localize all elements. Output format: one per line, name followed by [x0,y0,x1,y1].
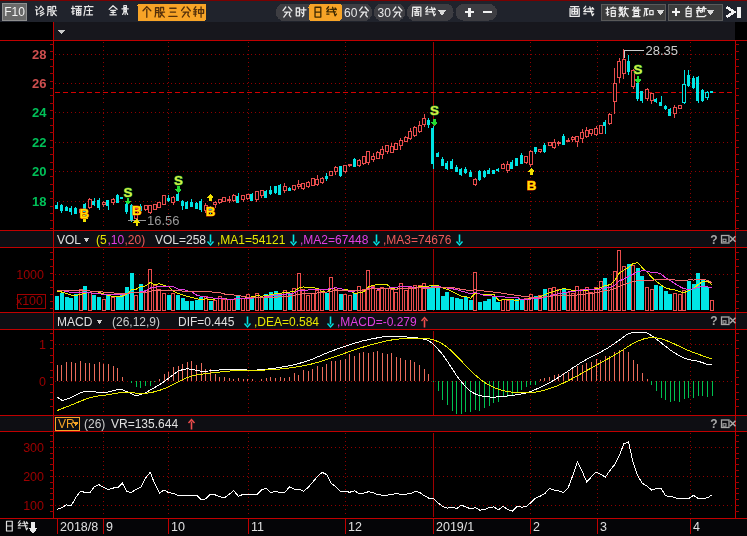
svg-text:S: S [174,173,183,188]
svg-text:16.56: 16.56 [147,213,180,228]
svg-text:,MA1=54121: ,MA1=54121 [217,233,286,247]
svg-text:24: 24 [32,105,47,120]
svg-text:B: B [79,206,89,221]
svg-text:28.35: 28.35 [646,43,679,58]
svg-text:28: 28 [32,47,46,62]
svg-text:VOL: VOL [57,233,81,247]
svg-text:B: B [132,203,142,218]
svg-text:x100: x100 [16,294,43,308]
svg-text:?: ? [710,417,717,431]
svg-text:,MA3=74676: ,MA3=74676 [383,233,452,247]
svg-text:22: 22 [32,135,46,150]
svg-text:F10: F10 [4,5,25,19]
svg-text:200: 200 [23,470,44,484]
svg-text:0: 0 [39,375,46,389]
svg-text:,20): ,20) [125,233,146,247]
svg-text:18: 18 [32,194,46,209]
svg-text:10: 10 [171,520,185,534]
svg-text:B: B [527,178,537,193]
svg-text:300: 300 [23,441,44,455]
svg-text:VR: VR [58,417,75,431]
svg-text:1: 1 [39,338,46,352]
svg-text:11: 11 [251,520,264,534]
svg-text:VR=135.644: VR=135.644 [111,417,178,431]
svg-text:(5: (5 [96,233,107,247]
svg-text:?: ? [710,314,717,328]
svg-text:S: S [633,62,642,77]
svg-text:,MA2=67448: ,MA2=67448 [300,233,369,247]
svg-text:26: 26 [32,76,46,91]
svg-text:,DEA=0.584: ,DEA=0.584 [254,315,319,329]
svg-text:2018/8: 2018/8 [60,520,98,534]
svg-text:MACD: MACD [57,315,93,329]
svg-text:60: 60 [344,6,358,20]
svg-text:30: 30 [378,6,392,20]
svg-text:(26,12,9): (26,12,9) [112,315,160,329]
svg-text:3: 3 [600,520,607,534]
svg-text:DIF=0.445: DIF=0.445 [178,315,235,329]
svg-text:?: ? [710,233,717,247]
svg-text:4: 4 [693,520,700,534]
svg-text:S: S [430,103,439,118]
svg-text:12: 12 [348,520,362,534]
svg-text:VOL=258: VOL=258 [155,233,206,247]
svg-text:2: 2 [533,520,540,534]
svg-text:,MACD=-0.279: ,MACD=-0.279 [337,315,417,329]
svg-text:1000: 1000 [16,268,44,282]
svg-text:20: 20 [32,164,46,179]
svg-text:B: B [206,204,216,219]
svg-text:2019/1: 2019/1 [436,520,474,534]
svg-text:S: S [123,185,132,200]
svg-text:(26): (26) [84,417,105,431]
svg-text:100: 100 [23,499,44,513]
svg-text:,10: ,10 [108,233,125,247]
svg-text:9: 9 [106,520,113,534]
